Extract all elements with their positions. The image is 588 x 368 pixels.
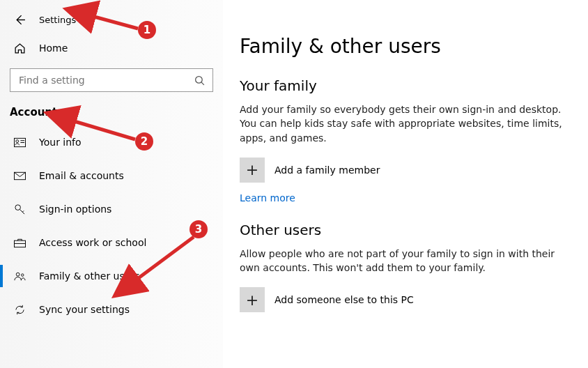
plus-icon: + bbox=[240, 287, 265, 312]
header-row: Settings bbox=[0, 6, 223, 33]
key-icon bbox=[14, 204, 26, 215]
svg-point-0 bbox=[196, 76, 203, 83]
svg-line-9 bbox=[22, 210, 24, 212]
add-family-member-button[interactable]: + Add a family member bbox=[240, 158, 567, 183]
nav-email-accounts[interactable]: Email & accounts bbox=[0, 159, 223, 192]
arrow-left-icon bbox=[14, 14, 26, 26]
nav-label: Sync your settings bbox=[39, 304, 130, 315]
nav-signin-options[interactable]: Sign-in options bbox=[0, 192, 223, 226]
nav-label: Your info bbox=[39, 137, 82, 148]
other-users-desc: Allow people who are not part of your fa… bbox=[240, 247, 567, 275]
sidebar: Settings Home Accounts Your info bbox=[0, 0, 223, 368]
search-box[interactable] bbox=[10, 68, 213, 92]
settings-window: Settings Home Accounts Your info bbox=[0, 0, 588, 368]
add-family-label: Add a family member bbox=[274, 164, 380, 176]
nav-your-info[interactable]: Your info bbox=[0, 125, 223, 159]
add-other-user-button[interactable]: + Add someone else to this PC bbox=[240, 287, 567, 312]
learn-more-link[interactable]: Learn more bbox=[240, 192, 295, 204]
back-button[interactable] bbox=[14, 14, 25, 26]
plus-icon: + bbox=[240, 158, 265, 183]
nav-label: Access work or school bbox=[39, 237, 146, 248]
svg-rect-10 bbox=[14, 240, 25, 247]
svg-line-1 bbox=[201, 82, 204, 85]
people-icon bbox=[14, 270, 26, 282]
nav-label: Email & accounts bbox=[39, 170, 124, 181]
family-desc: Add your family so everybody gets their … bbox=[240, 102, 567, 145]
svg-point-7 bbox=[15, 204, 21, 210]
search-container bbox=[0, 63, 223, 96]
briefcase-icon bbox=[14, 237, 26, 249]
mail-icon bbox=[14, 170, 26, 182]
nav-label: Family & other users bbox=[39, 270, 139, 282]
search-input[interactable] bbox=[17, 74, 194, 86]
home-label: Home bbox=[39, 43, 68, 54]
nav-family-other[interactable]: Family & other users bbox=[0, 259, 223, 293]
page-title: Family & other users bbox=[240, 35, 567, 58]
sync-icon bbox=[14, 304, 26, 316]
svg-line-8 bbox=[20, 209, 25, 214]
svg-point-12 bbox=[16, 273, 20, 276]
window-title: Settings bbox=[39, 15, 76, 25]
svg-point-3 bbox=[16, 139, 19, 142]
add-other-label: Add someone else to this PC bbox=[274, 294, 414, 305]
home-nav[interactable]: Home bbox=[0, 33, 223, 63]
home-icon bbox=[14, 43, 26, 54]
person-card-icon bbox=[14, 137, 26, 148]
nav-work-school[interactable]: Access work or school bbox=[0, 226, 223, 259]
search-icon bbox=[194, 75, 206, 86]
nav-sync-settings[interactable]: Sync your settings bbox=[0, 293, 223, 326]
svg-point-13 bbox=[22, 273, 24, 275]
sidebar-section: Accounts bbox=[0, 96, 223, 125]
family-heading: Your family bbox=[240, 77, 567, 94]
content-pane: Family & other users Your family Add you… bbox=[223, 0, 588, 368]
other-users-heading: Other users bbox=[240, 222, 567, 238]
nav-label: Sign-in options bbox=[39, 204, 111, 215]
